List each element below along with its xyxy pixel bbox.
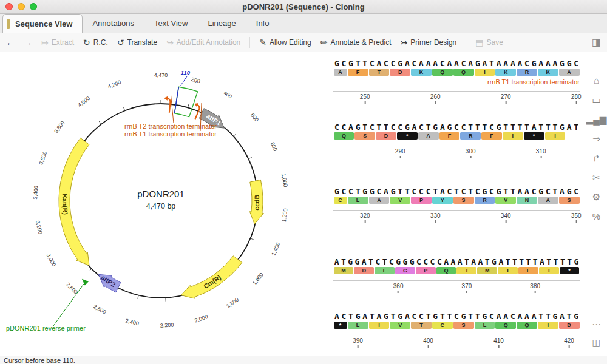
amino-acid-box[interactable]: I: [498, 267, 518, 274]
amino-acid-box[interactable]: C: [334, 197, 347, 204]
sequence-base[interactable]: C: [460, 122, 467, 132]
sequence-base[interactable]: G: [558, 122, 566, 132]
sequence-base[interactable]: A: [566, 122, 573, 132]
sequence-base[interactable]: T: [484, 257, 490, 267]
sequence-base[interactable]: A: [361, 311, 368, 322]
sequence-base[interactable]: C: [368, 122, 376, 132]
amino-acid-box[interactable]: Q: [517, 322, 537, 329]
amino-acid-box[interactable]: A: [559, 69, 580, 76]
sequence-base[interactable]: T: [390, 311, 397, 322]
sequence-base[interactable]: T: [425, 122, 432, 132]
amino-acid-box[interactable]: R: [460, 132, 481, 140]
sequence-base[interactable]: G: [566, 58, 573, 69]
sequence-base[interactable]: T: [361, 58, 368, 69]
sequence-base[interactable]: C: [390, 58, 397, 69]
amino-acid-box[interactable]: D: [354, 267, 374, 274]
amino-acid-box[interactable]: *: [397, 132, 418, 140]
panel-toggle-icon[interactable]: ◨: [592, 38, 601, 47]
sequence-base[interactable]: T: [544, 311, 552, 322]
share-icon[interactable]: ↱: [592, 153, 600, 164]
sequence-base[interactable]: C: [425, 186, 432, 197]
sequence-base[interactable]: A: [347, 122, 354, 132]
sequence-base[interactable]: T: [532, 257, 538, 267]
sequence-base[interactable]: T: [467, 122, 474, 132]
amino-acid-box[interactable]: *: [560, 267, 580, 274]
sequence-base[interactable]: T: [518, 257, 524, 267]
sequence-base[interactable]: C: [396, 122, 404, 132]
sequence-base[interactable]: T: [572, 122, 580, 132]
sequence-base[interactable]: G: [382, 311, 390, 322]
sequence-base[interactable]: A: [509, 58, 517, 69]
amino-acid-box[interactable]: *: [334, 322, 347, 329]
sequence-base[interactable]: G: [402, 257, 409, 267]
sequence-base[interactable]: G: [354, 311, 362, 322]
sequence-base[interactable]: G: [390, 186, 397, 197]
sequence-base[interactable]: A: [552, 58, 559, 69]
amino-acid-box[interactable]: I: [456, 267, 476, 274]
sequence-base[interactable]: C: [368, 58, 376, 69]
amino-acid-box[interactable]: F: [439, 132, 460, 140]
sequence-base[interactable]: T: [439, 311, 446, 322]
sequence-base[interactable]: C: [341, 186, 348, 197]
amino-acid-box[interactable]: P: [416, 267, 436, 274]
callout-rrnb-t1-transcription-terminator[interactable]: rrnB T1 transcription terminator: [124, 130, 217, 138]
sequence-base[interactable]: G: [409, 257, 415, 267]
sequence-base[interactable]: T: [559, 257, 566, 267]
forward-button[interactable]: →: [24, 38, 32, 47]
sequence-base[interactable]: A: [418, 58, 425, 69]
sequence-base[interactable]: A: [467, 58, 474, 69]
translate-button[interactable]: ↺Translate: [117, 38, 157, 47]
sequence-base[interactable]: A: [361, 257, 367, 267]
sequence-base[interactable]: G: [460, 311, 467, 322]
amino-acid-box[interactable]: T: [411, 322, 432, 329]
sequence-base[interactable]: C: [341, 122, 348, 132]
sequence-base[interactable]: A: [523, 186, 531, 197]
sequence-base[interactable]: A: [425, 58, 432, 69]
sequence-base[interactable]: A: [404, 311, 411, 322]
amino-acid-box[interactable]: S: [559, 197, 580, 204]
sequence-base[interactable]: A: [432, 58, 439, 69]
sequence-base[interactable]: G: [354, 257, 361, 267]
callout-rrnb-t2-transcription-terminator[interactable]: rrnB T2 transcription terminator: [124, 123, 217, 130]
amino-acid-box[interactable]: D: [376, 132, 396, 140]
primer-design-button[interactable]: ↣Primer Design: [401, 38, 457, 47]
sequence-base[interactable]: A: [502, 58, 509, 69]
sequence-base[interactable]: G: [481, 186, 489, 197]
more-icon[interactable]: ⋯: [592, 319, 601, 330]
sequence-base[interactable]: G: [490, 257, 497, 267]
amino-acid-box[interactable]: V: [390, 322, 410, 329]
sequence-base[interactable]: T: [552, 122, 559, 132]
sequence-base[interactable]: G: [474, 58, 481, 69]
sequence-base[interactable]: A: [481, 58, 489, 69]
minimize-window-button[interactable]: [18, 3, 25, 10]
amino-acid-box[interactable]: F: [518, 267, 538, 274]
add-edit-annotation-button[interactable]: ↪Add/Edit Annotation: [166, 38, 240, 47]
tab-sequence-view[interactable]: Sequence View: [2, 14, 83, 33]
sequence-base[interactable]: G: [432, 311, 439, 322]
reverse-complement-button[interactable]: ↻R.C.: [83, 38, 108, 47]
sequence-base[interactable]: A: [498, 257, 504, 267]
sequence-base[interactable]: C: [453, 122, 460, 132]
sequence-base[interactable]: A: [538, 257, 545, 267]
extract-button[interactable]: ↦Extract: [41, 38, 74, 47]
sequence-base[interactable]: T: [546, 257, 552, 267]
sequence-base[interactable]: T: [382, 122, 390, 132]
sequence-base[interactable]: C: [411, 58, 418, 69]
sequence-base[interactable]: T: [509, 122, 517, 132]
save-button[interactable]: ▤Save: [475, 38, 503, 47]
sequence-base[interactable]: C: [388, 257, 395, 267]
sequence-base[interactable]: G: [566, 186, 573, 197]
sequence-base[interactable]: C: [429, 257, 436, 267]
sequence-base[interactable]: T: [467, 311, 474, 322]
zoom-window-button[interactable]: [30, 3, 37, 10]
amino-acid-box[interactable]: N: [517, 197, 537, 204]
sequence-base[interactable]: T: [354, 186, 362, 197]
sequence-base[interactable]: C: [572, 58, 580, 69]
sequence-base[interactable]: T: [367, 257, 374, 267]
sequence-base[interactable]: T: [488, 58, 495, 69]
sequence-base[interactable]: A: [376, 311, 383, 322]
sequence-base[interactable]: A: [517, 311, 524, 322]
sequence-base[interactable]: C: [460, 58, 467, 69]
tab-lineage[interactable]: Lineage: [198, 14, 246, 33]
sequence-base[interactable]: T: [368, 311, 376, 322]
